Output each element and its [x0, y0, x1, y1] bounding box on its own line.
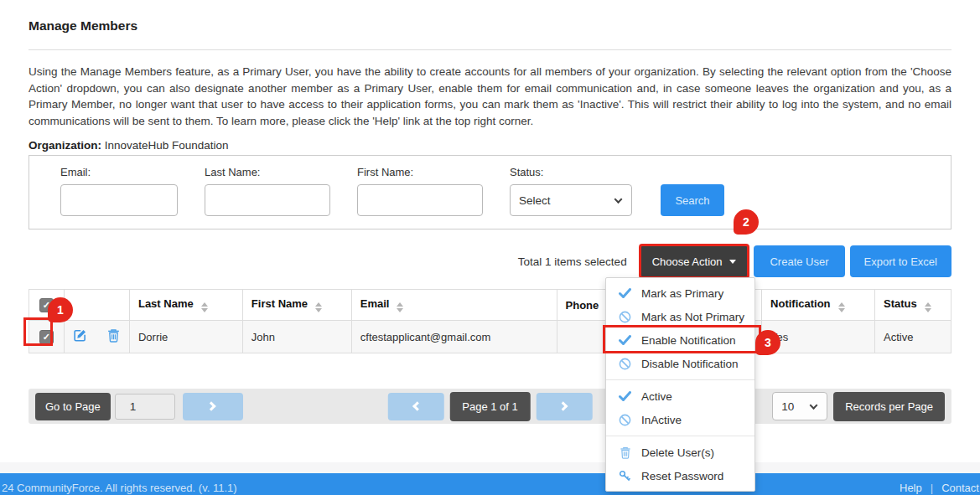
email-input[interactable] — [60, 184, 178, 216]
organization-name: InnovateHub Foundation — [101, 139, 229, 152]
actions-row: Total 1 items selected Choose Action Cre… — [29, 244, 951, 279]
caret-down-icon — [729, 260, 736, 264]
organization-label: Organization: — [29, 139, 101, 152]
edit-pencil-icon — [73, 328, 87, 343]
footer-links: Help | Contact — [900, 482, 979, 494]
member-row: Dorrie John cftestapplicant@gmail.com Ye… — [29, 321, 951, 353]
last-name-input[interactable] — [205, 184, 330, 216]
menu-item-inactive[interactable]: InActive — [606, 408, 754, 431]
footer-bar: 24 CommunityForce. All rights reserved. … — [0, 473, 980, 495]
cell-email: cftestapplicant@gmail.com — [351, 321, 557, 353]
no-symbol-icon — [618, 414, 632, 426]
go-to-page-button[interactable]: Go to Page — [35, 393, 111, 420]
sort-icon[interactable] — [838, 302, 845, 312]
cell-status: Active — [874, 321, 951, 353]
row-checkbox[interactable] — [39, 330, 54, 344]
total-selected-text: Total 1 items selected — [518, 255, 627, 268]
previous-page-button[interactable] — [387, 393, 443, 420]
search-button[interactable]: Search — [661, 184, 724, 216]
choose-action-button[interactable]: Choose Action — [639, 244, 750, 279]
trash-icon — [618, 446, 632, 459]
go-button[interactable] — [183, 393, 243, 420]
check-icon — [618, 335, 632, 345]
menu-item-mark-as-primary[interactable]: Mark as Primary — [606, 281, 754, 305]
key-icon — [618, 470, 632, 482]
annotation-step-2: 2 — [734, 209, 759, 235]
members-table: Last Name First Name Email Phone Notific… — [29, 289, 951, 353]
check-icon — [618, 288, 632, 298]
delete-user-button[interactable] — [107, 328, 120, 345]
status-label: Status: — [510, 166, 632, 178]
email-label: Email: — [60, 166, 178, 178]
sort-icon[interactable] — [201, 302, 208, 312]
records-per-page-select[interactable]: 10 — [772, 392, 827, 420]
status-filter-field: Status: Select — [510, 166, 632, 216]
footer-separator: | — [931, 482, 933, 494]
records-per-page-group: 10 Records per Page — [772, 392, 945, 421]
last-name-filter-field: Last Name: — [205, 166, 330, 216]
menu-item-delete-users[interactable]: Delete User(s) — [606, 441, 754, 464]
pagination-bar: Go to Page Page 1 of 1 10 Records per Pa… — [29, 389, 951, 424]
next-page-button[interactable] — [537, 393, 593, 420]
sort-icon[interactable] — [397, 302, 403, 312]
annotation-step-3: 3 — [755, 330, 780, 355]
chevron-left-icon — [412, 401, 422, 410]
contact-link[interactable]: Contact — [941, 482, 979, 494]
check-icon — [618, 391, 632, 401]
notification-column-header[interactable]: Notification — [762, 290, 875, 321]
page-indicator: Page 1 of 1 — [449, 392, 531, 421]
menu-item-active[interactable]: Active — [606, 384, 754, 408]
last-name-label: Last Name: — [205, 166, 330, 178]
first-name-input[interactable] — [357, 184, 483, 216]
footer-strip — [0, 462, 980, 473]
menu-item-enable-notification[interactable]: Enable Notification — [606, 328, 754, 352]
menu-item-reset-password[interactable]: Reset Password — [606, 464, 754, 487]
organization-line: Organization: InnovateHub Foundation — [29, 139, 951, 152]
first-name-label: First Name: — [357, 166, 483, 178]
main-content: Manage Members Using the Manage Members … — [0, 0, 980, 424]
annotation-step-1: 1 — [48, 297, 73, 322]
last-name-column-header[interactable]: Last Name — [129, 290, 242, 321]
cell-last-name: Dorrie — [129, 321, 242, 353]
menu-divider — [606, 379, 754, 380]
page-number-input[interactable] — [115, 394, 175, 420]
email-filter-field: Email: — [60, 166, 178, 216]
feature-description: Using the Manage Members feature, as a P… — [29, 64, 951, 129]
footer-copyright: 24 CommunityForce. All rights reserved. … — [2, 482, 237, 494]
table-header-row: Last Name First Name Email Phone Notific… — [29, 290, 951, 321]
sort-icon[interactable] — [315, 302, 322, 312]
create-user-button[interactable]: Create User — [754, 245, 844, 277]
no-symbol-icon — [618, 311, 632, 323]
choose-action-dropdown-menu: Mark as Primary Mark as Not Primary Enab… — [605, 277, 755, 492]
first-name-filter-field: First Name: — [357, 166, 483, 216]
choose-action-label: Choose Action — [652, 255, 723, 268]
sort-icon[interactable] — [925, 302, 931, 312]
search-filter-panel: Email: Last Name: First Name: Status: Se… — [29, 155, 951, 229]
trash-icon — [107, 328, 120, 343]
menu-item-mark-as-not-primary[interactable]: Mark as Not Primary — [606, 305, 754, 328]
email-column-header[interactable]: Email — [351, 290, 557, 321]
edit-user-button[interactable] — [73, 328, 87, 345]
help-link[interactable]: Help — [900, 482, 922, 494]
menu-item-disable-notification[interactable]: Disable Notification — [606, 352, 754, 375]
cell-first-name: John — [242, 321, 351, 353]
no-symbol-icon — [618, 358, 632, 370]
records-per-page-label: Records per Page — [833, 392, 945, 421]
chevron-right-icon — [558, 401, 568, 410]
actions-column-header — [64, 290, 129, 321]
export-to-excel-button[interactable]: Export to Excel — [850, 245, 951, 277]
status-select[interactable]: Select — [510, 184, 632, 216]
title-divider — [29, 49, 951, 50]
menu-divider — [606, 436, 754, 436]
chevron-right-icon — [207, 401, 216, 410]
manage-members-page: Manage Members Using the Manage Members … — [0, 0, 980, 495]
page-nav-group: Page 1 of 1 — [387, 392, 593, 421]
status-column-header[interactable]: Status — [874, 290, 951, 321]
first-name-column-header[interactable]: First Name — [242, 290, 351, 321]
page-title: Manage Members — [29, 0, 951, 34]
